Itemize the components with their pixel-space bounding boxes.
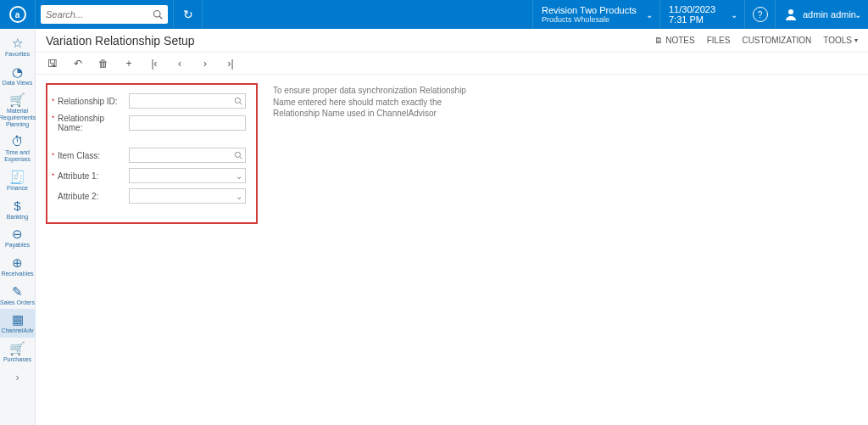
star-icon: ☆ — [12, 36, 23, 49]
sidebar-item-payables[interactable]: ⊖Payables — [0, 223, 36, 252]
search-icon[interactable] — [153, 9, 163, 20]
chart-icon: ◔ — [12, 65, 23, 78]
relationship-id-input[interactable] — [130, 97, 245, 106]
notes-button[interactable]: 🗎NOTES — [654, 36, 694, 45]
sidebar-item-receivables[interactable]: ⊕Receivables — [0, 252, 36, 281]
customization-button[interactable]: CUSTOMIZATION — [742, 36, 811, 45]
undo-button[interactable]: ↶ — [71, 58, 85, 70]
delete-button[interactable]: 🗑 — [97, 58, 110, 70]
svg-line-6 — [240, 157, 242, 159]
svg-point-2 — [788, 9, 793, 14]
chevron-down-icon: ⌄ — [731, 10, 737, 20]
last-record-button[interactable]: ›| — [224, 58, 237, 70]
svg-point-3 — [235, 98, 240, 103]
business-date-selector[interactable]: 11/30/2023 7:31 PM ⌄ — [659, 0, 744, 29]
attribute2-input[interactable] — [130, 192, 245, 201]
item-class-input[interactable] — [130, 151, 245, 160]
relationship-name-input[interactable] — [130, 119, 245, 128]
search-box[interactable] — [41, 5, 168, 24]
grid-icon: ▦ — [12, 313, 24, 326]
svg-point-0 — [154, 11, 161, 18]
save-button[interactable]: 🖫 — [46, 58, 59, 70]
tools-menu[interactable]: TOOLS — [823, 36, 858, 45]
attribute1-input[interactable] — [130, 171, 245, 181]
lookup-icon[interactable] — [234, 151, 242, 159]
sidebar-expand-button[interactable]: › — [16, 372, 19, 383]
attribute1-field[interactable]: ⌄ — [129, 168, 246, 183]
receipt-icon: 🧾 — [9, 171, 25, 183]
toolbar: 🖫 ↶ 🗑 + |‹ ‹ › ›| — [36, 53, 868, 75]
relationship-id-field[interactable] — [129, 93, 246, 109]
chevron-down-icon[interactable]: ⌄ — [236, 192, 242, 201]
tenant-selector[interactable]: Revision Two Products Products Wholesale… — [532, 0, 659, 29]
sidebar-item-banking[interactable]: $Banking — [0, 195, 36, 224]
minus-circle-icon: ⊖ — [12, 227, 23, 240]
app-logo[interactable]: a — [0, 0, 36, 29]
sidebar-item-finance[interactable]: 🧾Finance — [0, 166, 36, 195]
search-input[interactable] — [46, 9, 153, 20]
chevron-down-icon[interactable]: ⌄ — [236, 171, 242, 181]
info-text: To ensure proper data synchronization Re… — [273, 85, 468, 120]
user-icon — [784, 8, 798, 21]
svg-point-5 — [235, 152, 240, 157]
clock-icon: ⏱ — [11, 135, 24, 148]
chevron-down-icon: ⌄ — [646, 10, 653, 20]
attribute2-label: Attribute 2: — [58, 192, 129, 201]
user-menu[interactable]: admin admin ⌄ — [775, 0, 868, 29]
main-panel: Variation Relationship Setup 🗎NOTES FILE… — [36, 29, 868, 425]
sidebar-item-channeladv[interactable]: ▦ChannelAdv — [0, 309, 36, 338]
cart-icon: 🛒 — [9, 93, 25, 106]
cart-icon: 🛒 — [9, 342, 25, 355]
user-name: admin admin — [803, 9, 856, 20]
chevron-down-icon: ⌄ — [854, 10, 861, 20]
add-button[interactable]: + — [122, 58, 136, 70]
search-container — [36, 0, 174, 29]
form-highlight-box: Relationship ID: Relationship Name: — [46, 83, 258, 224]
sidebar-item-purchases[interactable]: 🛒Purchases — [0, 338, 36, 366]
sidebar: ☆Favorites ◔Data Views 🛒Material Require… — [0, 29, 36, 425]
next-record-button[interactable]: › — [198, 58, 212, 70]
first-record-button[interactable]: |‹ — [147, 58, 161, 70]
help-icon: ? — [753, 7, 768, 22]
attribute2-field[interactable]: ⌄ — [129, 188, 246, 204]
title-bar: Variation Relationship Setup 🗎NOTES FILE… — [36, 29, 868, 53]
top-bar: a ↻ Revision Two Products Products Whole… — [0, 0, 868, 29]
item-class-field[interactable] — [129, 148, 246, 163]
tenant-branch: Products Wholesale — [542, 15, 651, 24]
relationship-name-field[interactable] — [129, 115, 246, 131]
relationship-name-label: Relationship Name: — [58, 114, 129, 132]
sidebar-item-favorites[interactable]: ☆Favorites — [0, 32, 36, 61]
business-date: 11/30/2023 — [669, 4, 736, 14]
sidebar-item-time-expenses[interactable]: ⏱Time and Expenses — [0, 131, 36, 165]
tenant-name: Revision Two Products — [542, 5, 651, 15]
dollar-icon: $ — [14, 199, 20, 212]
sidebar-item-data-views[interactable]: ◔Data Views — [0, 61, 36, 90]
svg-line-1 — [159, 16, 162, 19]
item-class-label: Item Class: — [58, 151, 129, 160]
help-button[interactable]: ? — [744, 0, 775, 29]
prev-record-button[interactable]: ‹ — [173, 58, 186, 70]
sidebar-item-mrp[interactable]: 🛒Material Requirements Planning — [0, 89, 36, 131]
attribute1-label: Attribute 1: — [58, 171, 129, 181]
files-button[interactable]: FILES — [707, 36, 731, 45]
business-time: 7:31 PM — [669, 14, 736, 25]
lookup-icon[interactable] — [234, 97, 242, 105]
page-title: Variation Relationship Setup — [46, 34, 654, 48]
edit-icon: ✎ — [12, 285, 23, 298]
svg-line-4 — [240, 103, 242, 105]
relationship-id-label: Relationship ID: — [58, 97, 129, 106]
plus-circle-icon: ⊕ — [12, 256, 23, 269]
note-icon: 🗎 — [654, 36, 663, 45]
sidebar-item-sales-orders[interactable]: ✎Sales Orders — [0, 281, 36, 310]
refresh-button[interactable]: ↻ — [174, 0, 203, 29]
